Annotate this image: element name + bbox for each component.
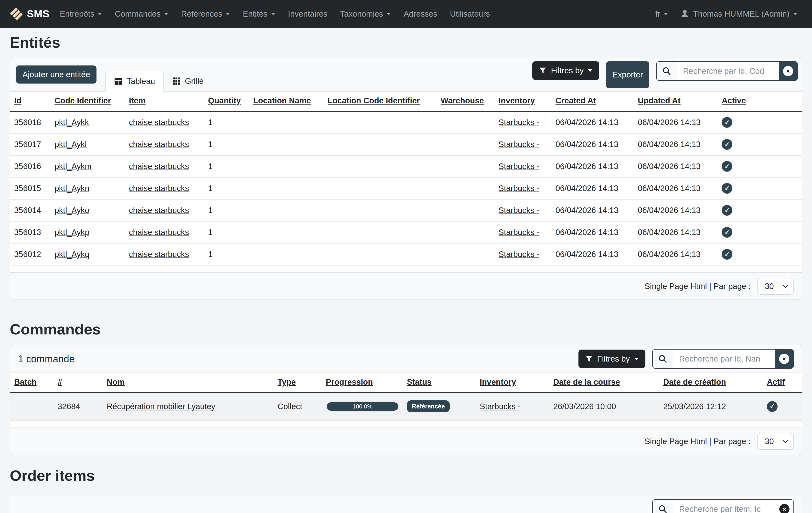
cell-created-at: 06/04/2026 14:13 (552, 133, 634, 155)
item-link[interactable]: chaise starbucks (129, 250, 189, 259)
column-header-cell: # (54, 373, 103, 393)
code-identifier-link[interactable]: pktl_Aykm (55, 162, 92, 171)
code-identifier-link[interactable]: pktl_Aykk (55, 118, 89, 127)
inventory-link[interactable]: Starbucks - (499, 228, 540, 237)
cell-quantity: 1 (204, 133, 250, 155)
item-link[interactable]: chaise starbucks (129, 228, 189, 237)
cell-created-at: 25/03/2026 12:12 (659, 393, 763, 420)
column-header-type[interactable]: Type (278, 377, 296, 387)
chevron-down-icon (634, 358, 639, 360)
entities-table: IdCode IdentifierItemQuantityLocation Na… (10, 92, 802, 265)
spacer (10, 421, 802, 428)
cell-quantity: 1 (204, 111, 250, 133)
per-page-select[interactable]: 30 (757, 278, 794, 294)
add-entity-button[interactable]: Ajouter une entitée (16, 65, 96, 84)
order-items-search-input[interactable] (673, 500, 775, 513)
column-header-inventory[interactable]: Inventory (480, 377, 516, 387)
clear-search-button[interactable]: × (775, 349, 793, 368)
column-header-cell: Date de création (659, 373, 763, 393)
column-header-cell: Warehouse (437, 92, 495, 111)
column-header-progression[interactable]: Progression (326, 377, 373, 387)
nav-item-utilisateurs[interactable]: Utilisateurs (444, 9, 496, 19)
nav-item-label: Entrepôts (60, 9, 94, 19)
close-icon: × (779, 354, 789, 364)
pagination-label: Single Page Html | Par page : (645, 437, 751, 446)
inventory-link[interactable]: Starbucks - (499, 162, 540, 171)
column-header-cell: Code Identifier (51, 92, 125, 111)
column-header-nom[interactable]: Nom (107, 377, 124, 387)
tab-grille[interactable]: Grille (164, 70, 212, 92)
column-header-cell: Date de la course (549, 373, 659, 393)
filters-button[interactable]: Filtres by (578, 349, 645, 368)
column-header-code-identifier[interactable]: Code Identifier (55, 96, 111, 105)
nav-item-inventaires[interactable]: Inventaires (282, 9, 334, 19)
code-identifier-link[interactable]: pktl_Ayko (55, 206, 89, 215)
orders-search-input[interactable] (673, 349, 775, 368)
item-link[interactable]: chaise starbucks (129, 140, 189, 149)
column-header-cell: Active (718, 92, 802, 111)
inventory-link[interactable]: Starbucks - (499, 250, 540, 259)
column-header-inventory[interactable]: Inventory (499, 96, 535, 105)
person-icon (680, 9, 690, 19)
user-label: Thomas HUMMEL (Admin) (693, 9, 789, 19)
column-header-warehouse[interactable]: Warehouse (441, 96, 484, 105)
column-header-date-de-la-course[interactable]: Date de la course (553, 377, 620, 387)
orders-count-label: 1 commande (18, 353, 75, 365)
column-header-created-at[interactable]: Created At (555, 96, 596, 105)
item-link[interactable]: chaise starbucks (129, 206, 189, 215)
language-menu[interactable]: fr (651, 9, 672, 19)
sms-logo-icon (10, 7, 23, 21)
pagination-label: Single Page Html | Par page : (645, 282, 751, 291)
nav-item-taxonomies[interactable]: Taxonomies (334, 9, 397, 19)
code-identifier-link[interactable]: pktl_Aykl (55, 140, 86, 149)
code-identifier-link[interactable]: pktl_Aykq (55, 250, 89, 259)
column-header-location-code-identifier[interactable]: Location Code Identifier (327, 96, 420, 105)
column-header-updated-at[interactable]: Updated At (638, 96, 680, 105)
column-header-location-name[interactable]: Location Name (253, 96, 311, 105)
cell-id: 356016 (10, 155, 51, 177)
nav-item-commandes[interactable]: Commandes (109, 9, 175, 19)
code-identifier-link[interactable]: pktl_Aykn (55, 184, 89, 193)
nav-item-entites[interactable]: Entités (236, 9, 282, 19)
user-menu[interactable]: Thomas HUMMEL (Admin) (675, 9, 802, 19)
item-link[interactable]: chaise starbucks (129, 118, 189, 127)
entities-header-row: IdCode IdentifierItemQuantityLocation Na… (10, 92, 802, 111)
filters-button[interactable]: Filtres by (532, 61, 599, 80)
inventory-link[interactable]: Starbucks - (499, 140, 540, 149)
item-link[interactable]: chaise starbucks (129, 184, 189, 193)
nav-item-adresses[interactable]: Adresses (397, 9, 444, 19)
column-header-item[interactable]: Item (129, 96, 146, 105)
cell-location-code-identifier (324, 177, 437, 199)
column-header-date-de-creation[interactable]: Date de création (663, 377, 726, 387)
column-header--[interactable]: # (58, 377, 62, 387)
cell-location-name (249, 133, 324, 155)
nav-item-entrepots[interactable]: Entrepôts (54, 9, 109, 19)
column-header-batch[interactable]: Batch (14, 377, 37, 387)
cell-location-code-identifier (324, 111, 437, 133)
order-name-link[interactable]: Récupération mobilier Lyautey (107, 402, 215, 411)
inventory-link[interactable]: Starbucks - (499, 184, 540, 193)
nav-item-references[interactable]: Références (175, 9, 236, 19)
cell-location-name (249, 155, 324, 177)
inventory-link[interactable]: Starbucks - (499, 118, 540, 127)
clear-search-button[interactable]: × (779, 62, 798, 80)
brand[interactable]: SMS (10, 7, 50, 21)
orders-header-row: Batch#NomTypeProgressionStatusInventoryD… (10, 373, 802, 393)
column-header-id[interactable]: Id (14, 96, 21, 105)
order-items-card: × (10, 495, 802, 513)
export-button[interactable]: Exporter (606, 61, 649, 88)
clear-search-button[interactable]: × (775, 500, 793, 513)
column-header-cell: Status (403, 373, 476, 393)
column-header-quantity[interactable]: Quantity (208, 96, 241, 105)
column-header-actif[interactable]: Actif (767, 377, 785, 387)
column-header-status[interactable]: Status (407, 377, 432, 387)
item-link[interactable]: chaise starbucks (129, 162, 189, 171)
entities-search-input[interactable] (677, 62, 779, 80)
column-header-active[interactable]: Active (722, 96, 746, 105)
tab-tableau[interactable]: Tableau (105, 70, 164, 92)
inventory-link[interactable]: Starbucks - (499, 206, 540, 215)
code-identifier-link[interactable]: pktl_Aykp (55, 228, 89, 237)
per-page-select[interactable]: 30 (757, 433, 794, 450)
inventory-link[interactable]: Starbucks - (480, 402, 521, 411)
column-header-cell: Location Name (249, 92, 324, 111)
